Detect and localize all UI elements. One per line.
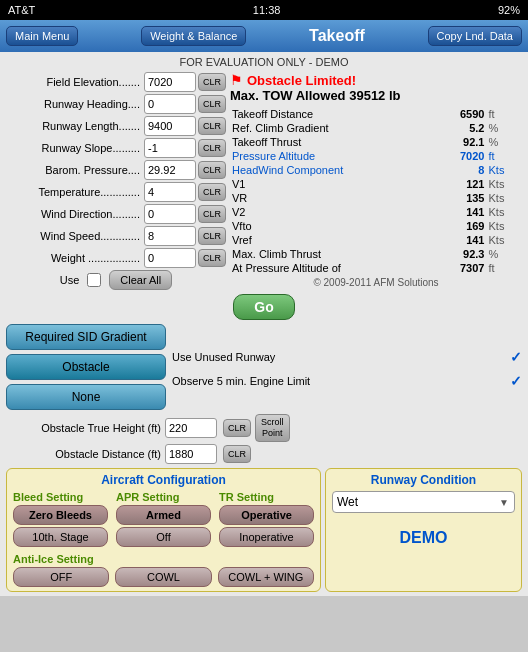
obs-clr-button-1[interactable]: CLR <box>223 445 251 463</box>
results-table: Takeoff Distance 6590 ft Ref. Climb Grad… <box>230 107 522 275</box>
result-value: 135 <box>436 191 487 205</box>
result-value: 6590 <box>436 107 487 121</box>
check-label-1: Observe 5 min. Engine Limit <box>172 375 310 387</box>
anti-ice-btn-0[interactable]: OFF <box>13 567 109 587</box>
check-row-1: Observe 5 min. Engine Limit ✓ <box>172 373 522 389</box>
config-group-label-0: Bleed Setting <box>13 491 108 503</box>
config-group-1: APR SettingArmedOff <box>116 491 211 549</box>
runway-title: Runway Condition <box>332 473 515 487</box>
form-label-7: Wind Speed............. <box>6 230 144 242</box>
form-input-0[interactable] <box>144 72 196 92</box>
right-checks: Use Unused Runway ✓ Observe 5 min. Engin… <box>172 324 522 410</box>
result-label: At Pressure Altitude of <box>230 261 436 275</box>
form-row: Wind Speed............. CLR <box>6 226 226 246</box>
form-input-2[interactable] <box>144 116 196 136</box>
form-row: Wind Direction......... CLR <box>6 204 226 224</box>
clr-button-3[interactable]: CLR <box>198 139 226 157</box>
result-label: Takeoff Thrust <box>230 135 436 149</box>
obs-input-1[interactable] <box>165 444 217 464</box>
form-input-7[interactable] <box>144 226 196 246</box>
result-unit: ft <box>486 107 522 121</box>
clr-button-1[interactable]: CLR <box>198 95 226 113</box>
result-unit: ft <box>486 261 522 275</box>
go-button[interactable]: Go <box>233 294 294 320</box>
result-value: 141 <box>436 205 487 219</box>
form-input-8[interactable] <box>144 248 196 268</box>
main-content: FOR EVALUATION ONLY - DEMO Field Elevati… <box>0 52 528 596</box>
clr-button-8[interactable]: CLR <box>198 249 226 267</box>
main-menu-button[interactable]: Main Menu <box>6 26 78 46</box>
check-mark-0: ✓ <box>510 349 522 365</box>
result-label: Takeoff Distance <box>230 107 436 121</box>
carrier-label: AT&T <box>8 4 35 16</box>
result-value: 7307 <box>436 261 487 275</box>
obs-label-0: Obstacle True Height (ft) <box>6 422 161 434</box>
result-label: Vref <box>230 233 436 247</box>
copy-lnd-data-button[interactable]: Copy Lnd. Data <box>428 26 522 46</box>
form-input-3[interactable] <box>144 138 196 158</box>
runway-condition: Runway Condition DryWetContaminated ▼ DE… <box>325 468 522 592</box>
result-row: V2 141 Kts <box>230 205 522 219</box>
config-title: Aircraft Configuration <box>13 473 314 487</box>
result-value: 121 <box>436 177 487 191</box>
result-unit: Kts <box>486 177 522 191</box>
clr-button-4[interactable]: CLR <box>198 161 226 179</box>
form-row: Runway Length....... CLR <box>6 116 226 136</box>
eval-notice: FOR EVALUATION ONLY - DEMO <box>6 56 522 68</box>
form-label-8: Weight ................. <box>6 252 144 264</box>
config-btn-2-1[interactable]: Inoperative <box>219 527 314 547</box>
result-unit: % <box>486 135 522 149</box>
anti-ice-btn-2[interactable]: COWL + WING <box>218 567 314 587</box>
form-row: Runway Slope......... CLR <box>6 138 226 158</box>
config-btn-0-1[interactable]: 10th. Stage <box>13 527 108 547</box>
config-btn-1-1[interactable]: Off <box>116 527 211 547</box>
weight-balance-button[interactable]: Weight & Balance <box>141 26 246 46</box>
config-group-label-1: APR Setting <box>116 491 211 503</box>
runway-condition-select[interactable]: DryWetContaminated <box>332 491 515 513</box>
result-value: 8 <box>436 163 487 177</box>
clr-button-2[interactable]: CLR <box>198 117 226 135</box>
runway-select-wrapper: DryWetContaminated ▼ <box>332 491 515 513</box>
form-row: Runway Heading.... CLR <box>6 94 226 114</box>
anti-ice-btn-1[interactable]: COWL <box>115 567 211 587</box>
form-input-5[interactable] <box>144 182 196 202</box>
form-input-4[interactable] <box>144 160 196 180</box>
config-btn-1-0[interactable]: Armed <box>116 505 211 525</box>
result-unit: Kts <box>486 163 522 177</box>
obs-input-0[interactable] <box>165 418 217 438</box>
max-tow-label: Max. TOW Allowed <box>230 88 346 103</box>
anti-ice-label: Anti-Ice Setting <box>13 553 314 565</box>
config-btn-2-0[interactable]: Operative <box>219 505 314 525</box>
sid-button-0[interactable]: Required SID Gradient <box>6 324 166 350</box>
form-input-1[interactable] <box>144 94 196 114</box>
form-label-4: Barom. Pressure.... <box>6 164 144 176</box>
top-section: Field Elevation....... CLR Runway Headin… <box>6 72 522 290</box>
scroll-point-button[interactable]: ScrollPoint <box>255 414 290 442</box>
form-label-6: Wind Direction......... <box>6 208 144 220</box>
config-groups-row: Bleed SettingZero Bleeds10th. StageAPR S… <box>13 491 314 549</box>
use-row: Use Clear All <box>6 270 226 290</box>
clr-button-0[interactable]: CLR <box>198 73 226 91</box>
config-btn-0-0[interactable]: Zero Bleeds <box>13 505 108 525</box>
sid-button-1[interactable]: Obstacle <box>6 354 166 380</box>
max-tow-value: 39512 <box>349 88 385 103</box>
obstacle-input-row-0: Obstacle True Height (ft) CLR ScrollPoin… <box>6 414 522 442</box>
use-checkbox[interactable] <box>87 273 101 287</box>
clr-button-6[interactable]: CLR <box>198 205 226 223</box>
sid-buttons: Required SID GradientObstacleNone <box>6 324 166 410</box>
clr-button-7[interactable]: CLR <box>198 227 226 245</box>
check-mark-1: ✓ <box>510 373 522 389</box>
result-row: Ref. Climb Gradient 5.2 % <box>230 121 522 135</box>
nav-bar: Main Menu Weight & Balance Takeoff Copy … <box>0 20 528 52</box>
clr-button-5[interactable]: CLR <box>198 183 226 201</box>
clear-all-button[interactable]: Clear All <box>109 270 172 290</box>
result-row: Vref 141 Kts <box>230 233 522 247</box>
check-row-0: Use Unused Runway ✓ <box>172 349 522 365</box>
battery-label: 92% <box>498 4 520 16</box>
result-row: Vfto 169 Kts <box>230 219 522 233</box>
result-unit: Kts <box>486 233 522 247</box>
flag-icon: ⚑ <box>230 72 243 88</box>
obs-clr-button-0[interactable]: CLR <box>223 419 251 437</box>
form-input-6[interactable] <box>144 204 196 224</box>
sid-button-2[interactable]: None <box>6 384 166 410</box>
